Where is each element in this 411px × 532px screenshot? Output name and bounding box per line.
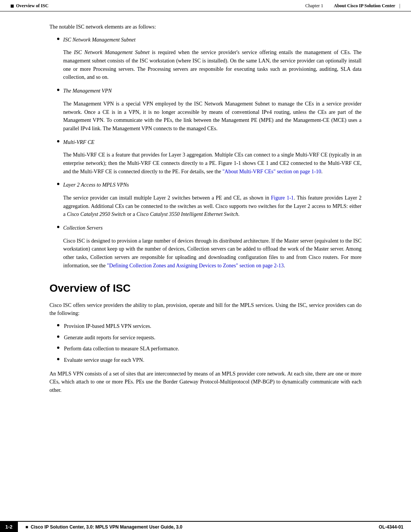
footer-doc-title: ■ Cisco IP Solution Center, 3.0: MPLS VP…: [18, 524, 379, 530]
simple-bullet-dot-4: [57, 358, 59, 360]
footer-title-text: ■: [25, 524, 31, 530]
sub-para-4: The service provider can install multipl…: [49, 194, 362, 219]
header-right: Chapter 1 About Cisco IP Solution Center…: [305, 3, 400, 9]
simple-bullet-item-2: Generate audit reports for service reque…: [57, 334, 362, 342]
page-container: Overview of ISC Chapter 1 About Cisco IP…: [0, 0, 411, 532]
header-title: About Cisco IP Solution Center: [334, 3, 395, 9]
simple-bullet-item-3: Perform data collection to measure SLA p…: [57, 345, 362, 353]
simple-bullet-item-1: Provision IP-based MPLS VPN services.: [57, 322, 362, 331]
simple-bullet-dot-3: [57, 347, 59, 349]
bullet-item-1: ISC Network Management Subnet: [49, 36, 362, 44]
bullet-dot-4: [57, 183, 59, 185]
simple-bullet-text-2: Generate audit reports for service reque…: [64, 334, 155, 342]
bullet-item-4: Layer 2 Access to MPLS VPNs: [49, 181, 362, 189]
header-bullet: [11, 5, 14, 8]
sub-para-4-before: The service provider can install multipl…: [63, 195, 271, 201]
header-pipe: [326, 3, 331, 9]
bullet-item-2: The Management VPN: [49, 87, 362, 95]
page-footer: 1-2 ■ Cisco IP Solution Center, 3.0: MPL…: [0, 521, 411, 532]
top-header: Overview of ISC Chapter 1 About Cisco IP…: [0, 0, 411, 11]
header-section-label: Overview of ISC: [16, 3, 48, 9]
sub-para-1-text: The ISC Network Management Subnet is req…: [63, 50, 362, 80]
header-pipe2: |: [398, 3, 400, 9]
simple-bullet-list: Provision IP-based MPLS VPN services. Ge…: [57, 322, 362, 364]
simple-bullet-text-4: Evaluate service usage for each VPN.: [64, 356, 144, 364]
chapter-label: Chapter 1: [305, 3, 323, 9]
intro-text: The notable ISC network elements are as …: [49, 23, 362, 31]
bullet-list-3: Multi-VRF CE: [49, 138, 362, 147]
bullet-item-3: Multi-VRF CE: [49, 138, 362, 147]
link-multi-vrf[interactable]: "About Multi-VRF CEs" section on page 1-…: [222, 169, 321, 174]
bullet-list-4: Layer 2 Access to MPLS VPNs: [49, 181, 362, 189]
header-left: Overview of ISC: [11, 3, 48, 9]
sub-para-3: The Multi-VRF CE is a feature that provi…: [49, 151, 362, 176]
link-collection-zones[interactable]: "Defining Collection Zones and Assigning…: [107, 263, 284, 268]
section-heading: Overview of ISC: [49, 282, 362, 294]
section-intro: Cisco ISC offers service providers the a…: [49, 301, 362, 318]
footer-doc-num: OL-4344-01: [379, 524, 411, 530]
bullet-label-3: Multi-VRF CE: [63, 138, 94, 147]
bullet-dot-3: [57, 140, 59, 142]
closing-paragraph: An MPLS VPN consists of a set of sites t…: [49, 370, 362, 395]
sub-para-3-after: .: [321, 169, 323, 174]
simple-bullet-text-3: Perform data collection to measure SLA p…: [64, 345, 179, 353]
bullet-list-2: The Management VPN: [49, 87, 362, 95]
bullet-item-5: Collection Servers: [49, 224, 362, 232]
bullet-list-5: Collection Servers: [49, 224, 362, 232]
bullet-label-1: ISC Network Management Subnet: [63, 36, 135, 44]
sub-para-1: The ISC Network Management Subnet is req…: [49, 48, 362, 81]
sub-para-5: Cisco ISC is designed to provision a lar…: [49, 237, 362, 270]
simple-bullet-item-4: Evaluate service usage for each VPN.: [57, 356, 362, 364]
bullet-dot-5: [57, 226, 59, 228]
simple-bullet-dot-2: [57, 335, 59, 338]
content-area: The notable ISC network elements are as …: [0, 11, 411, 407]
bullet-dot-2: [57, 89, 59, 91]
sub-para-2-text: The Management VPN is a special VPN empl…: [63, 101, 362, 131]
simple-bullet-text-1: Provision IP-based MPLS VPN services.: [64, 322, 151, 331]
footer-title-label: Cisco IP Solution Center, 3.0: MPLS VPN …: [31, 524, 183, 530]
bullet-dot-1: [57, 38, 59, 40]
bullet-label-5: Collection Servers: [63, 224, 103, 232]
simple-bullet-dot-1: [57, 324, 59, 326]
sub-para-5-after: .: [284, 263, 285, 268]
bullet-label-2: The Management VPN: [63, 87, 112, 95]
sub-para-2: The Management VPN is a special VPN empl…: [49, 100, 362, 133]
bullet-list-main: ISC Network Management Subnet: [49, 36, 362, 44]
bullet-label-4: Layer 2 Access to MPLS VPNs: [63, 181, 129, 189]
link-figure-1-1[interactable]: Figure 1-1: [271, 195, 294, 201]
footer-page-num: 1-2: [0, 522, 18, 532]
